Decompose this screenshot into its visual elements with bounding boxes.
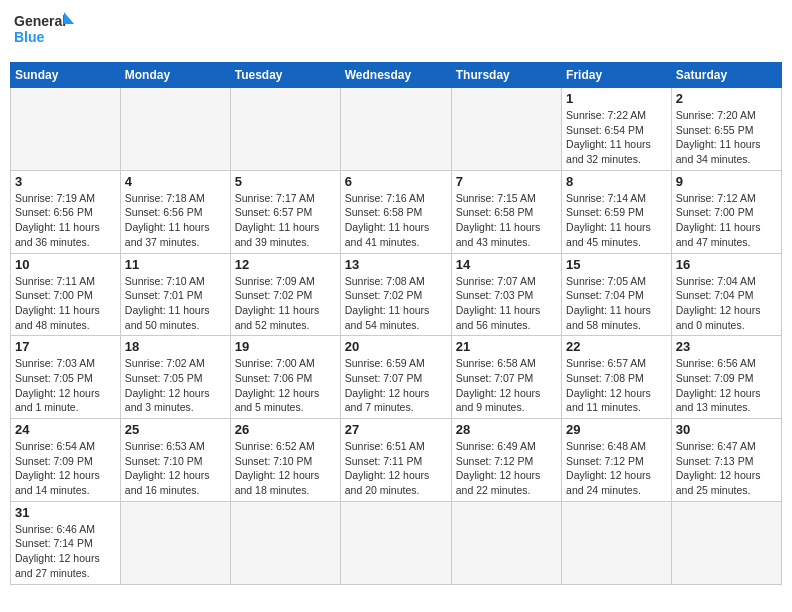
- calendar-cell: 20Sunrise: 6:59 AMSunset: 7:07 PMDayligh…: [340, 336, 451, 419]
- calendar-cell: [451, 501, 561, 584]
- calendar-cell: 16Sunrise: 7:04 AMSunset: 7:04 PMDayligh…: [671, 253, 781, 336]
- day-info: Sunrise: 7:16 AMSunset: 6:58 PMDaylight:…: [345, 191, 447, 250]
- day-number: 27: [345, 422, 447, 437]
- day-info: Sunrise: 7:07 AMSunset: 7:03 PMDaylight:…: [456, 274, 557, 333]
- svg-text:Blue: Blue: [14, 29, 45, 45]
- calendar-cell: [340, 501, 451, 584]
- calendar-cell: [340, 88, 451, 171]
- col-header-wednesday: Wednesday: [340, 63, 451, 88]
- day-number: 12: [235, 257, 336, 272]
- day-number: 4: [125, 174, 226, 189]
- calendar-cell: 17Sunrise: 7:03 AMSunset: 7:05 PMDayligh…: [11, 336, 121, 419]
- day-info: Sunrise: 7:00 AMSunset: 7:06 PMDaylight:…: [235, 356, 336, 415]
- calendar-cell: 23Sunrise: 6:56 AMSunset: 7:09 PMDayligh…: [671, 336, 781, 419]
- day-info: Sunrise: 6:52 AMSunset: 7:10 PMDaylight:…: [235, 439, 336, 498]
- calendar-cell: 31Sunrise: 6:46 AMSunset: 7:14 PMDayligh…: [11, 501, 121, 584]
- calendar-cell: 12Sunrise: 7:09 AMSunset: 7:02 PMDayligh…: [230, 253, 340, 336]
- calendar-cell: 2Sunrise: 7:20 AMSunset: 6:55 PMDaylight…: [671, 88, 781, 171]
- day-number: 2: [676, 91, 777, 106]
- day-info: Sunrise: 6:54 AMSunset: 7:09 PMDaylight:…: [15, 439, 116, 498]
- calendar-cell: 28Sunrise: 6:49 AMSunset: 7:12 PMDayligh…: [451, 419, 561, 502]
- day-number: 10: [15, 257, 116, 272]
- calendar-cell: 10Sunrise: 7:11 AMSunset: 7:00 PMDayligh…: [11, 253, 121, 336]
- day-number: 24: [15, 422, 116, 437]
- week-row-2: 3Sunrise: 7:19 AMSunset: 6:56 PMDaylight…: [11, 170, 782, 253]
- calendar-cell: 29Sunrise: 6:48 AMSunset: 7:12 PMDayligh…: [562, 419, 672, 502]
- calendar-cell: [451, 88, 561, 171]
- day-info: Sunrise: 6:46 AMSunset: 7:14 PMDaylight:…: [15, 522, 116, 581]
- day-info: Sunrise: 6:56 AMSunset: 7:09 PMDaylight:…: [676, 356, 777, 415]
- calendar-cell: 25Sunrise: 6:53 AMSunset: 7:10 PMDayligh…: [120, 419, 230, 502]
- day-info: Sunrise: 7:09 AMSunset: 7:02 PMDaylight:…: [235, 274, 336, 333]
- col-header-tuesday: Tuesday: [230, 63, 340, 88]
- col-header-thursday: Thursday: [451, 63, 561, 88]
- calendar-cell: 11Sunrise: 7:10 AMSunset: 7:01 PMDayligh…: [120, 253, 230, 336]
- week-row-4: 17Sunrise: 7:03 AMSunset: 7:05 PMDayligh…: [11, 336, 782, 419]
- day-number: 6: [345, 174, 447, 189]
- day-info: Sunrise: 7:18 AMSunset: 6:56 PMDaylight:…: [125, 191, 226, 250]
- day-info: Sunrise: 7:10 AMSunset: 7:01 PMDaylight:…: [125, 274, 226, 333]
- calendar-cell: [120, 88, 230, 171]
- day-info: Sunrise: 7:14 AMSunset: 6:59 PMDaylight:…: [566, 191, 667, 250]
- calendar-cell: [671, 501, 781, 584]
- calendar-cell: 4Sunrise: 7:18 AMSunset: 6:56 PMDaylight…: [120, 170, 230, 253]
- calendar-table: SundayMondayTuesdayWednesdayThursdayFrid…: [10, 62, 782, 585]
- calendar-header-row: SundayMondayTuesdayWednesdayThursdayFrid…: [11, 63, 782, 88]
- col-header-sunday: Sunday: [11, 63, 121, 88]
- day-number: 3: [15, 174, 116, 189]
- calendar-cell: 24Sunrise: 6:54 AMSunset: 7:09 PMDayligh…: [11, 419, 121, 502]
- day-number: 7: [456, 174, 557, 189]
- day-info: Sunrise: 6:51 AMSunset: 7:11 PMDaylight:…: [345, 439, 447, 498]
- calendar-cell: [11, 88, 121, 171]
- logo: General Blue: [14, 10, 74, 54]
- day-number: 22: [566, 339, 667, 354]
- day-number: 9: [676, 174, 777, 189]
- day-info: Sunrise: 7:11 AMSunset: 7:00 PMDaylight:…: [15, 274, 116, 333]
- day-number: 21: [456, 339, 557, 354]
- week-row-1: 1Sunrise: 7:22 AMSunset: 6:54 PMDaylight…: [11, 88, 782, 171]
- calendar-cell: 30Sunrise: 6:47 AMSunset: 7:13 PMDayligh…: [671, 419, 781, 502]
- day-number: 20: [345, 339, 447, 354]
- calendar-cell: 14Sunrise: 7:07 AMSunset: 7:03 PMDayligh…: [451, 253, 561, 336]
- calendar-cell: 9Sunrise: 7:12 AMSunset: 7:00 PMDaylight…: [671, 170, 781, 253]
- day-number: 16: [676, 257, 777, 272]
- col-header-friday: Friday: [562, 63, 672, 88]
- svg-text:General: General: [14, 13, 66, 29]
- day-number: 26: [235, 422, 336, 437]
- calendar-cell: [230, 88, 340, 171]
- day-info: Sunrise: 7:02 AMSunset: 7:05 PMDaylight:…: [125, 356, 226, 415]
- day-number: 1: [566, 91, 667, 106]
- week-row-6: 31Sunrise: 6:46 AMSunset: 7:14 PMDayligh…: [11, 501, 782, 584]
- week-row-3: 10Sunrise: 7:11 AMSunset: 7:00 PMDayligh…: [11, 253, 782, 336]
- day-number: 29: [566, 422, 667, 437]
- day-number: 25: [125, 422, 226, 437]
- day-number: 14: [456, 257, 557, 272]
- day-info: Sunrise: 7:20 AMSunset: 6:55 PMDaylight:…: [676, 108, 777, 167]
- day-info: Sunrise: 7:17 AMSunset: 6:57 PMDaylight:…: [235, 191, 336, 250]
- calendar-cell: 26Sunrise: 6:52 AMSunset: 7:10 PMDayligh…: [230, 419, 340, 502]
- day-info: Sunrise: 6:59 AMSunset: 7:07 PMDaylight:…: [345, 356, 447, 415]
- day-number: 30: [676, 422, 777, 437]
- calendar-cell: 15Sunrise: 7:05 AMSunset: 7:04 PMDayligh…: [562, 253, 672, 336]
- calendar-cell: 6Sunrise: 7:16 AMSunset: 6:58 PMDaylight…: [340, 170, 451, 253]
- calendar-cell: 3Sunrise: 7:19 AMSunset: 6:56 PMDaylight…: [11, 170, 121, 253]
- day-info: Sunrise: 6:58 AMSunset: 7:07 PMDaylight:…: [456, 356, 557, 415]
- day-number: 31: [15, 505, 116, 520]
- day-info: Sunrise: 6:49 AMSunset: 7:12 PMDaylight:…: [456, 439, 557, 498]
- day-info: Sunrise: 7:03 AMSunset: 7:05 PMDaylight:…: [15, 356, 116, 415]
- day-info: Sunrise: 6:48 AMSunset: 7:12 PMDaylight:…: [566, 439, 667, 498]
- day-info: Sunrise: 7:05 AMSunset: 7:04 PMDaylight:…: [566, 274, 667, 333]
- page-header: General Blue: [10, 10, 782, 54]
- calendar-cell: 27Sunrise: 6:51 AMSunset: 7:11 PMDayligh…: [340, 419, 451, 502]
- day-info: Sunrise: 7:15 AMSunset: 6:58 PMDaylight:…: [456, 191, 557, 250]
- calendar-cell: 18Sunrise: 7:02 AMSunset: 7:05 PMDayligh…: [120, 336, 230, 419]
- week-row-5: 24Sunrise: 6:54 AMSunset: 7:09 PMDayligh…: [11, 419, 782, 502]
- day-number: 15: [566, 257, 667, 272]
- day-info: Sunrise: 7:12 AMSunset: 7:00 PMDaylight:…: [676, 191, 777, 250]
- generalblue-logo: General Blue: [14, 10, 74, 54]
- day-number: 8: [566, 174, 667, 189]
- day-info: Sunrise: 7:22 AMSunset: 6:54 PMDaylight:…: [566, 108, 667, 167]
- day-info: Sunrise: 6:53 AMSunset: 7:10 PMDaylight:…: [125, 439, 226, 498]
- day-info: Sunrise: 7:04 AMSunset: 7:04 PMDaylight:…: [676, 274, 777, 333]
- calendar-cell: [230, 501, 340, 584]
